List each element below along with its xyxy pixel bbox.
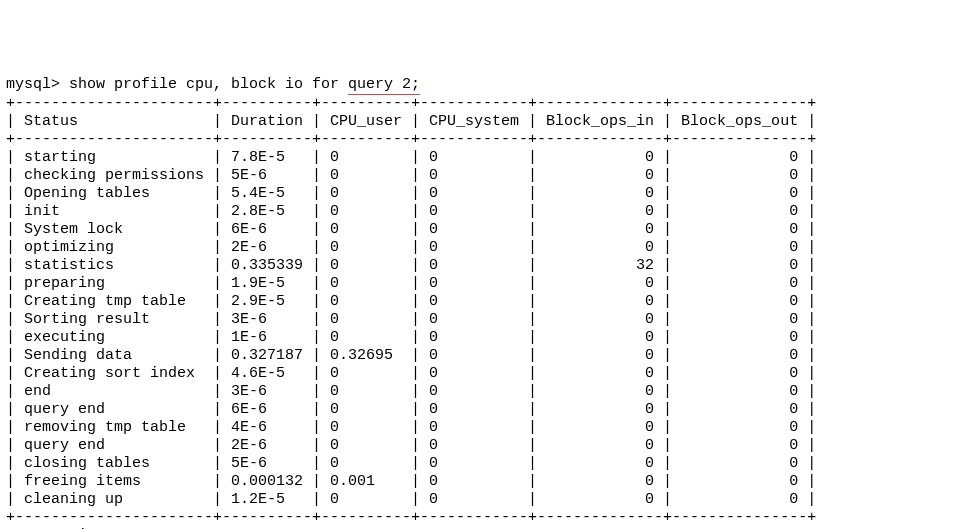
command-highlighted: query 2; xyxy=(348,76,420,95)
terminal-output: mysql> show profile cpu, block io for qu… xyxy=(6,76,953,529)
mysql-prompt: mysql> xyxy=(6,76,60,93)
table-border-top: +----------------------+----------+-----… xyxy=(6,95,816,112)
table-header-row: | Status | Duration | CPU_user | CPU_sys… xyxy=(6,113,816,130)
table-body: | starting | 7.8E-5 | 0 | 0 | 0 | 0 | | … xyxy=(6,149,816,508)
command-text: show profile cpu, block io for xyxy=(60,76,348,93)
table-border-mid: +----------------------+----------+-----… xyxy=(6,131,816,148)
prompt-line: mysql> show profile cpu, block io for qu… xyxy=(6,76,420,93)
table-border-bottom: +----------------------+----------+-----… xyxy=(6,509,816,526)
